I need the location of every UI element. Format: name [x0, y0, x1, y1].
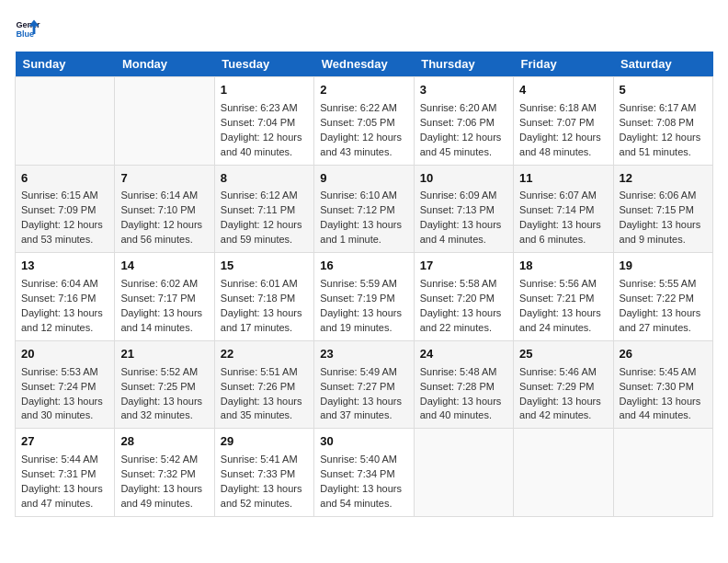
day-header-monday: Monday — [115, 52, 214, 77]
day-number: 23 — [320, 346, 407, 363]
day-info: Daylight: 13 hours and 30 minutes. — [21, 395, 108, 424]
day-info: Sunset: 7:15 PM — [620, 203, 707, 218]
calendar-cell: 6Sunrise: 6:15 AMSunset: 7:09 PMDaylight… — [16, 165, 115, 253]
calendar-cell: 23Sunrise: 5:49 AMSunset: 7:27 PMDayligh… — [314, 340, 414, 429]
day-number: 6 — [21, 170, 108, 188]
calendar-cell: 11Sunrise: 6:07 AMSunset: 7:14 PMDayligh… — [514, 165, 613, 253]
day-info: Daylight: 13 hours and 35 minutes. — [221, 395, 308, 424]
day-info: Daylight: 13 hours and 22 minutes. — [420, 306, 507, 336]
day-header-thursday: Thursday — [414, 52, 513, 77]
day-number: 1 — [221, 82, 308, 99]
day-info: Sunset: 7:11 PM — [221, 203, 308, 218]
day-info: Daylight: 12 hours and 45 minutes. — [420, 131, 507, 160]
day-info: Sunrise: 5:51 AM — [221, 365, 308, 380]
logo: General Blue — [15, 15, 40, 40]
calendar-cell: 1Sunrise: 6:23 AMSunset: 7:04 PMDaylight… — [214, 77, 313, 166]
calendar-cell — [514, 429, 613, 517]
day-info: Sunrise: 5:45 AM — [620, 365, 707, 380]
day-number: 16 — [320, 258, 407, 275]
day-info: Sunset: 7:34 PM — [320, 467, 407, 482]
day-info: Sunrise: 6:17 AM — [620, 101, 707, 116]
day-number: 11 — [519, 170, 607, 188]
day-header-tuesday: Tuesday — [214, 52, 313, 77]
day-info: Sunset: 7:17 PM — [120, 292, 208, 306]
day-info: Sunset: 7:27 PM — [320, 380, 407, 395]
day-info: Sunrise: 5:48 AM — [420, 365, 507, 380]
calendar-cell: 10Sunrise: 6:09 AMSunset: 7:13 PMDayligh… — [414, 165, 513, 253]
day-info: Sunrise: 6:10 AM — [320, 189, 407, 203]
day-info: Sunrise: 6:23 AM — [221, 101, 308, 116]
calendar-cell: 24Sunrise: 5:48 AMSunset: 7:28 PMDayligh… — [414, 340, 513, 429]
day-number: 4 — [519, 82, 607, 99]
day-header-saturday: Saturday — [613, 52, 712, 77]
day-number: 19 — [620, 258, 707, 275]
day-info: Sunrise: 6:01 AM — [221, 277, 308, 292]
day-number: 28 — [120, 433, 208, 451]
day-info: Daylight: 12 hours and 40 minutes. — [221, 131, 308, 160]
day-info: Daylight: 13 hours and 14 minutes. — [120, 306, 208, 336]
day-info: Daylight: 13 hours and 40 minutes. — [420, 395, 507, 424]
day-header-wednesday: Wednesday — [314, 52, 414, 77]
calendar-week-2: 13Sunrise: 6:04 AMSunset: 7:16 PMDayligh… — [16, 253, 713, 341]
day-info: Sunrise: 6:06 AM — [620, 189, 707, 203]
calendar-cell: 30Sunrise: 5:40 AMSunset: 7:34 PMDayligh… — [314, 429, 414, 517]
calendar-cell — [115, 77, 214, 166]
svg-text:Blue: Blue — [16, 29, 34, 39]
calendar-cell: 16Sunrise: 5:59 AMSunset: 7:19 PMDayligh… — [314, 253, 414, 341]
day-info: Sunset: 7:30 PM — [620, 380, 707, 395]
day-info: Sunrise: 5:41 AM — [221, 453, 308, 467]
calendar-table: SundayMondayTuesdayWednesdayThursdayFrid… — [15, 52, 713, 517]
day-info: Daylight: 13 hours and 52 minutes. — [221, 482, 308, 511]
day-info: Sunset: 7:28 PM — [420, 380, 507, 395]
calendar-cell: 15Sunrise: 6:01 AMSunset: 7:18 PMDayligh… — [214, 253, 313, 341]
calendar-cell: 13Sunrise: 6:04 AMSunset: 7:16 PMDayligh… — [16, 253, 115, 341]
day-info: Daylight: 13 hours and 27 minutes. — [620, 306, 707, 336]
day-number: 20 — [21, 346, 108, 363]
day-info: Daylight: 13 hours and 47 minutes. — [21, 482, 108, 511]
day-info: Sunset: 7:29 PM — [519, 380, 607, 395]
day-info: Sunset: 7:09 PM — [21, 203, 108, 218]
day-info: Sunset: 7:26 PM — [221, 380, 308, 395]
day-number: 26 — [620, 346, 707, 363]
day-info: Sunset: 7:18 PM — [221, 292, 308, 306]
calendar-cell: 19Sunrise: 5:55 AMSunset: 7:22 PMDayligh… — [613, 253, 712, 341]
day-info: Sunset: 7:24 PM — [21, 380, 108, 395]
calendar-cell — [414, 429, 513, 517]
day-info: Sunrise: 6:12 AM — [221, 189, 308, 203]
day-number: 13 — [21, 258, 108, 275]
calendar-week-4: 27Sunrise: 5:44 AMSunset: 7:31 PMDayligh… — [16, 429, 713, 517]
day-info: Sunrise: 5:49 AM — [320, 365, 407, 380]
calendar-cell: 21Sunrise: 5:52 AMSunset: 7:25 PMDayligh… — [115, 340, 214, 429]
calendar-cell: 3Sunrise: 6:20 AMSunset: 7:06 PMDaylight… — [414, 77, 513, 166]
day-info: Daylight: 13 hours and 1 minute. — [320, 218, 407, 247]
day-info: Sunset: 7:22 PM — [620, 292, 707, 306]
day-info: Daylight: 13 hours and 19 minutes. — [320, 306, 407, 336]
day-info: Sunset: 7:25 PM — [120, 380, 208, 395]
day-info: Daylight: 13 hours and 32 minutes. — [120, 395, 208, 424]
day-info: Daylight: 13 hours and 44 minutes. — [620, 395, 707, 424]
day-number: 24 — [420, 346, 507, 363]
day-info: Daylight: 13 hours and 4 minutes. — [420, 218, 507, 247]
day-number: 21 — [120, 346, 208, 363]
calendar-cell: 26Sunrise: 5:45 AMSunset: 7:30 PMDayligh… — [613, 340, 712, 429]
day-number: 7 — [120, 170, 208, 188]
day-number: 8 — [221, 170, 308, 188]
days-header-row: SundayMondayTuesdayWednesdayThursdayFrid… — [16, 52, 713, 77]
day-info: Daylight: 12 hours and 53 minutes. — [21, 218, 108, 247]
day-info: Sunset: 7:12 PM — [320, 203, 407, 218]
day-info: Sunset: 7:19 PM — [320, 292, 407, 306]
day-info: Sunrise: 5:53 AM — [21, 365, 108, 380]
calendar-cell: 17Sunrise: 5:58 AMSunset: 7:20 PMDayligh… — [414, 253, 513, 341]
day-info: Sunset: 7:21 PM — [519, 292, 607, 306]
day-number: 18 — [519, 258, 607, 275]
day-number: 29 — [221, 433, 308, 451]
day-info: Sunrise: 5:58 AM — [420, 277, 507, 292]
calendar-cell — [16, 77, 115, 166]
calendar-cell: 7Sunrise: 6:14 AMSunset: 7:10 PMDaylight… — [115, 165, 214, 253]
calendar-cell: 8Sunrise: 6:12 AMSunset: 7:11 PMDaylight… — [214, 165, 313, 253]
day-number: 5 — [620, 82, 707, 99]
day-info: Sunset: 7:10 PM — [120, 203, 208, 218]
day-info: Sunrise: 5:59 AM — [320, 277, 407, 292]
calendar-cell: 29Sunrise: 5:41 AMSunset: 7:33 PMDayligh… — [214, 429, 313, 517]
day-info: Sunrise: 5:40 AM — [320, 453, 407, 467]
